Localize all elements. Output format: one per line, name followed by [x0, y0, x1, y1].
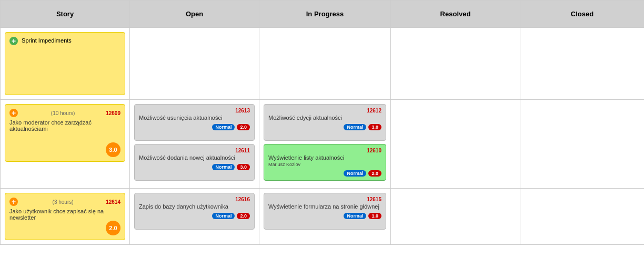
task-12615-id: 12615	[268, 197, 381, 202]
story1-title: Jako moderator chce zarządzać aktualnośc…	[9, 119, 120, 132]
task-12616-title: Zapis do bazy danych użytkownika	[139, 203, 250, 210]
story2-closed-cell	[520, 189, 645, 245]
column-open: Open	[130, 1, 259, 28]
story1-id: 12609	[106, 110, 120, 116]
story2-row: + (3 hours) 12614 Jako użytkownik chce z…	[1, 189, 645, 245]
story1-row: + (10 hours) 12609 Jako moderator chce z…	[1, 100, 645, 189]
task-12610-assignee: Mariusz Kozlov	[268, 162, 381, 167]
add-icon: +	[9, 37, 18, 45]
task-12612-title: Możliwość edycji aktualności	[268, 115, 381, 121]
story2-title: Jako użytkownik chce zapisać się na news…	[9, 208, 120, 221]
column-story: Story	[1, 1, 130, 28]
sprint-title: Sprint Impediments	[22, 37, 72, 44]
task-12611-title: Możliwość dodania nowej aktualności	[139, 154, 250, 161]
sprint-story-cell: + Sprint Impediments	[1, 28, 130, 100]
story2-points: 2.0	[106, 221, 120, 235]
story1-cell: + (10 hours) 12609 Jako moderator chce z…	[1, 100, 130, 189]
story2-cell: + (3 hours) 12614 Jako użytkownik chce z…	[1, 189, 130, 245]
task-12613[interactable]: 12613 Możliwość usunięcia aktualności No…	[134, 104, 255, 141]
column-inprogress: In Progress	[259, 1, 391, 28]
story2-inprogress-cell: 12615 Wyświetlenie formularza na stronie…	[259, 189, 391, 245]
story1-open-cell: 12613 Możliwość usunięcia aktualności No…	[130, 100, 259, 189]
task-12611[interactable]: 12611 Możliwość dodania nowej aktualnośc…	[134, 144, 255, 181]
column-resolved: Resolved	[391, 1, 520, 28]
task-12611-priority: Normal	[212, 164, 235, 170]
task-12615-points: 1.0	[368, 213, 381, 219]
task-12611-points: 3.0	[237, 164, 250, 170]
task-12616-id: 12616	[139, 197, 250, 202]
sprint-closed-cell	[520, 28, 645, 100]
story1-meta: + (10 hours) 12609	[9, 109, 120, 117]
task-12610-id: 12610	[268, 148, 381, 153]
task-12612-priority: Normal	[344, 124, 366, 130]
task-12613-id: 12613	[139, 108, 250, 113]
task-12613-priority: Normal	[212, 124, 235, 130]
task-12615-priority: Normal	[344, 213, 366, 219]
story2-id: 12614	[106, 199, 120, 205]
sprint-resolved-cell	[391, 28, 520, 100]
task-12612[interactable]: 12612 Możliwość edycji aktualności Norma…	[264, 104, 386, 141]
story2-resolved-cell	[391, 189, 520, 245]
story2-add-icon: +	[9, 198, 18, 206]
sprint-card[interactable]: + Sprint Impediments	[5, 32, 125, 95]
task-12612-id: 12612	[268, 108, 381, 113]
story1-resolved-cell	[391, 100, 520, 189]
task-12611-id: 12611	[139, 148, 250, 153]
story1-card[interactable]: + (10 hours) 12609 Jako moderator chce z…	[5, 104, 125, 162]
task-12613-title: Możliwość usunięcia aktualności	[139, 115, 250, 121]
story1-points: 3.0	[106, 142, 120, 157]
task-12610-points: 2.0	[368, 170, 381, 177]
task-12612-points: 3.0	[368, 124, 381, 130]
story1-closed-cell	[520, 100, 645, 189]
story2-card[interactable]: + (3 hours) 12614 Jako użytkownik chce z…	[5, 193, 125, 240]
task-12616-priority: Normal	[212, 213, 235, 219]
sprint-row: + Sprint Impediments	[1, 28, 645, 100]
task-12616-points: 2.0	[237, 213, 250, 219]
story2-open-cell: 12616 Zapis do bazy danych użytkownika N…	[130, 189, 259, 245]
task-12616[interactable]: 12616 Zapis do bazy danych użytkownika N…	[134, 193, 255, 230]
sprint-open-cell	[130, 28, 259, 100]
story1-add-icon: +	[9, 109, 18, 117]
story2-meta: + (3 hours) 12614	[9, 198, 120, 206]
task-12613-points: 2.0	[237, 124, 250, 130]
story1-hours: (10 hours)	[51, 110, 75, 116]
task-12610[interactable]: 12610 Wyświetlenie listy aktualności Mar…	[264, 144, 386, 181]
story1-inprogress-cell: 12612 Możliwość edycji aktualności Norma…	[259, 100, 391, 189]
column-closed: Closed	[520, 1, 645, 28]
task-12615-title: Wyświetlenie formularza na stronie główn…	[268, 203, 381, 210]
task-12610-title: Wyświetlenie listy aktualności	[268, 154, 381, 161]
story2-hours: (3 hours)	[53, 199, 74, 205]
sprint-inprogress-cell	[259, 28, 391, 100]
task-12610-priority: Normal	[344, 170, 366, 177]
task-12615[interactable]: 12615 Wyświetlenie formularza na stronie…	[264, 193, 386, 230]
